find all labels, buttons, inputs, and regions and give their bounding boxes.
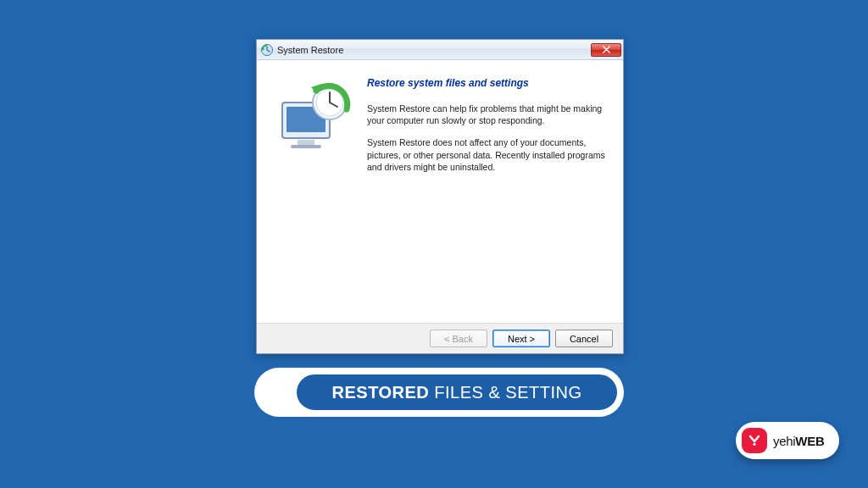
dialog-body: Restore system files and settings System… bbox=[257, 60, 623, 323]
system-restore-icon bbox=[260, 43, 274, 57]
back-button: < Back bbox=[430, 330, 487, 347]
dialog-heading: Restore system files and settings bbox=[367, 77, 606, 89]
titlebar[interactable]: System Restore bbox=[257, 40, 623, 60]
caption-bold: RESTORED bbox=[332, 383, 430, 402]
close-icon bbox=[603, 46, 610, 53]
svg-rect-4 bbox=[291, 145, 321, 148]
button-bar: < Back Next > Cancel bbox=[257, 323, 623, 353]
caption-text: RESTORED FILES & SETTING bbox=[295, 373, 619, 412]
caption-pill: RESTORED FILES & SETTING bbox=[254, 368, 624, 417]
svg-point-7 bbox=[753, 443, 755, 446]
yehiweb-badge: yehiWEB bbox=[736, 422, 839, 459]
restore-graphic-icon bbox=[274, 77, 359, 162]
yehiweb-text: yehiWEB bbox=[773, 434, 824, 448]
dialog-content: Restore system files and settings System… bbox=[367, 77, 606, 183]
dialog-paragraph-2: System Restore does not affect any of yo… bbox=[367, 136, 606, 173]
cancel-button[interactable]: Cancel bbox=[555, 330, 613, 347]
badge-part1: yehi bbox=[773, 434, 795, 448]
next-button[interactable]: Next > bbox=[492, 330, 550, 347]
dialog-paragraph-1: System Restore can help fix problems tha… bbox=[367, 103, 606, 126]
close-button[interactable] bbox=[591, 43, 621, 57]
system-restore-dialog: System Restore R bbox=[256, 39, 624, 354]
window-title: System Restore bbox=[277, 45, 591, 55]
yehiweb-logo-icon bbox=[742, 428, 767, 453]
caption-rest: FILES & SETTING bbox=[434, 383, 581, 402]
badge-part2: WEB bbox=[795, 434, 824, 448]
svg-rect-3 bbox=[298, 140, 314, 145]
